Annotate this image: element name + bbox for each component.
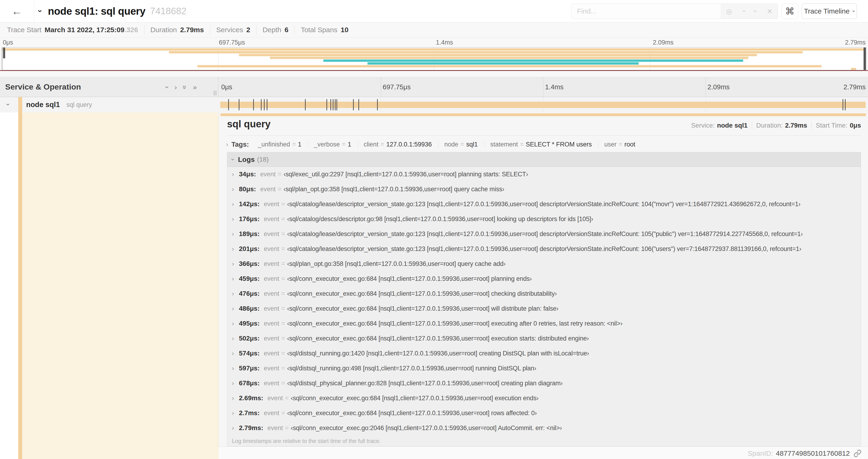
minimap-right-scrubber[interactable] xyxy=(864,47,866,70)
log-event-tick xyxy=(359,99,359,110)
keyboard-shortcuts-button[interactable]: ⌘ xyxy=(782,3,798,19)
logs-note: Log timestamps are relative to the start… xyxy=(227,435,861,446)
log-row[interactable]: › 486μs: event = ‹sql/conn_executor_exec… xyxy=(227,301,861,316)
log-event-tick xyxy=(335,99,336,110)
log-equals: = xyxy=(281,365,285,372)
log-field-name: event xyxy=(264,260,279,267)
tag-key: _verbose xyxy=(314,141,340,148)
log-row[interactable]: › 476μs: event = ‹sql/conn_executor_exec… xyxy=(227,286,861,301)
chevron-down-icon: › xyxy=(851,10,857,12)
log-field-name: event xyxy=(264,350,279,357)
log-event-tick xyxy=(327,99,327,110)
log-row[interactable]: › 189μs: event = ‹sql/catalog/lease/desc… xyxy=(227,226,861,241)
log-message: ‹sql/plan_opt.go:358 [nsql1,client=127.0… xyxy=(287,260,506,267)
column-resizer-grip[interactable] xyxy=(214,91,216,95)
summary-item: Trace Start March 31 2022, 17:25:09 .326 xyxy=(1,25,145,35)
log-equals: = xyxy=(281,216,285,223)
log-row[interactable]: › 2.69ms: event = ‹sql/conn_executor_exe… xyxy=(227,391,861,405)
log-field-name: event xyxy=(264,335,279,342)
view-selector-button[interactable]: Trace Timeline › xyxy=(802,3,857,19)
minimap-left-scrubber[interactable] xyxy=(3,47,5,58)
timeline-tick-label: 1.4ms xyxy=(545,83,563,91)
trace-id: 7418682 xyxy=(150,6,186,16)
chevron-right-icon: › xyxy=(232,290,239,297)
tag-item: statement = SELECT * FROM users xyxy=(485,141,597,148)
tag-value: SELECT * FROM users xyxy=(526,141,592,148)
timeline-tick-label: 2.09ms xyxy=(708,83,730,91)
tags-accordion[interactable]: › Tags: _unfinished = 1 _verbose = 1 cli… xyxy=(226,138,861,151)
chevron-right-icon: › xyxy=(232,350,239,357)
log-message: ‹sql/distsql_physical_planner.go:828 [ns… xyxy=(287,380,563,387)
service-value: node sql1 xyxy=(717,122,748,129)
span-collapse-chevron-icon[interactable]: › xyxy=(4,103,12,105)
back-button[interactable]: ← xyxy=(0,0,34,22)
log-row[interactable]: › 495μs: event = ‹sql/conn_executor_exec… xyxy=(227,316,861,331)
log-row[interactable]: › 34μs: event = ‹sql/exec_util.go:2297 [… xyxy=(227,167,861,182)
chevron-right-icon: › xyxy=(232,186,239,193)
log-row[interactable]: › 574μs: event = ‹sql/distsql_running.go… xyxy=(227,346,861,361)
log-row[interactable]: › 2.7ms: event = ‹sql/conn_executor_exec… xyxy=(227,405,861,421)
log-field-name: event xyxy=(264,320,279,327)
collapse-one-icon[interactable]: › xyxy=(163,86,171,88)
collapse-all-icon[interactable]: » xyxy=(181,85,189,89)
minimap-span-bar xyxy=(851,68,856,70)
tag-item: _unfinished = 1 xyxy=(252,141,307,148)
log-timestamp: 34μs: xyxy=(239,170,256,178)
service-operation-title: Service & Operation xyxy=(5,82,81,91)
service-label: Service: xyxy=(691,122,715,129)
log-row[interactable]: › 80μs: event = ‹sql/plan_opt.go:358 [ns… xyxy=(227,182,861,197)
locate-icon[interactable]: ◎ xyxy=(726,7,732,15)
log-message: ‹sql/conn_executor_exec.go:684 [nsql1,cl… xyxy=(287,290,557,297)
chevron-right-icon: › xyxy=(232,409,239,417)
log-message: ‹sql/exec_util.go:2297 [nsql1,client=127… xyxy=(283,171,528,178)
log-row[interactable]: › 176μs: event = ‹sql/catalog/descs/desc… xyxy=(227,211,861,226)
chevron-down-icon: › xyxy=(229,159,236,160)
log-event-tick xyxy=(253,99,254,110)
find-next-icon[interactable]: › xyxy=(751,10,760,12)
summary-item-value: March 31 2022, 17:25:09 xyxy=(44,26,124,34)
span-row[interactable]: › node sql1 sql query xyxy=(0,97,868,112)
tag-item: client = 127.0.0.1:59936 xyxy=(358,141,437,148)
tag-item: _verbose = 1 xyxy=(308,141,357,148)
find-prev-icon[interactable]: › xyxy=(739,10,747,12)
duration-label: Duration: xyxy=(756,122,783,129)
link-icon[interactable] xyxy=(854,450,862,457)
tag-key: user xyxy=(604,141,617,148)
span-detail-operation: sql query xyxy=(227,119,271,130)
span-detail-accent-bar xyxy=(220,113,866,116)
logs-header[interactable]: › Logs (18) xyxy=(227,152,861,167)
log-timestamp: 678μs: xyxy=(239,380,260,387)
timeline-tick-label: 697.75μs xyxy=(219,39,245,46)
expand-all-icon[interactable]: » xyxy=(193,83,197,91)
summary-item-value: 10 xyxy=(341,26,348,34)
log-row[interactable]: › 366μs: event = ‹sql/plan_opt.go:358 [n… xyxy=(227,256,861,271)
log-row[interactable]: › 502μs: event = ‹sql/conn_executor_exec… xyxy=(227,331,861,346)
log-equals: = xyxy=(285,395,289,402)
log-event-tick xyxy=(305,99,306,110)
timeline-tick-label: 1.4ms xyxy=(436,39,453,46)
summary-item-value: 6 xyxy=(285,26,289,34)
log-row[interactable]: › 2.79ms: event = ‹sql/conn_executor_exe… xyxy=(227,421,861,435)
log-row[interactable]: › 142μs: event = ‹sql/catalog/lease/desc… xyxy=(227,197,861,211)
tag-equals: = xyxy=(619,141,622,148)
summary-item: Duration 2.79ms xyxy=(145,25,210,35)
log-row[interactable]: › 597μs: event = ‹sql/distsql_running.go… xyxy=(227,361,861,376)
timeline-minimap[interactable] xyxy=(2,47,866,70)
chevron-right-icon: › xyxy=(232,365,239,372)
log-timestamp: 142μs: xyxy=(239,200,260,208)
log-equals: = xyxy=(281,380,285,387)
expand-one-icon[interactable]: › xyxy=(175,83,177,91)
find-clear-icon[interactable]: ✕ xyxy=(767,7,773,15)
chevron-right-icon: › xyxy=(232,171,239,178)
log-field-name: event xyxy=(264,365,279,372)
log-row[interactable]: › 459μs: event = ‹sql/conn_executor_exec… xyxy=(227,271,861,286)
chevron-right-icon: › xyxy=(232,216,239,223)
log-row[interactable]: › 201μs: event = ‹sql/catalog/lease/desc… xyxy=(227,241,861,256)
span-color-stripe xyxy=(18,97,22,459)
find-input[interactable] xyxy=(571,4,721,19)
log-row[interactable]: › 678μs: event = ‹sql/distsql_physical_p… xyxy=(227,376,861,391)
log-equals: = xyxy=(281,290,285,297)
log-event-tick xyxy=(377,99,378,110)
trace-collapse-chevron-icon[interactable]: › xyxy=(36,10,45,12)
duration-value: 2.79ms xyxy=(785,122,807,129)
